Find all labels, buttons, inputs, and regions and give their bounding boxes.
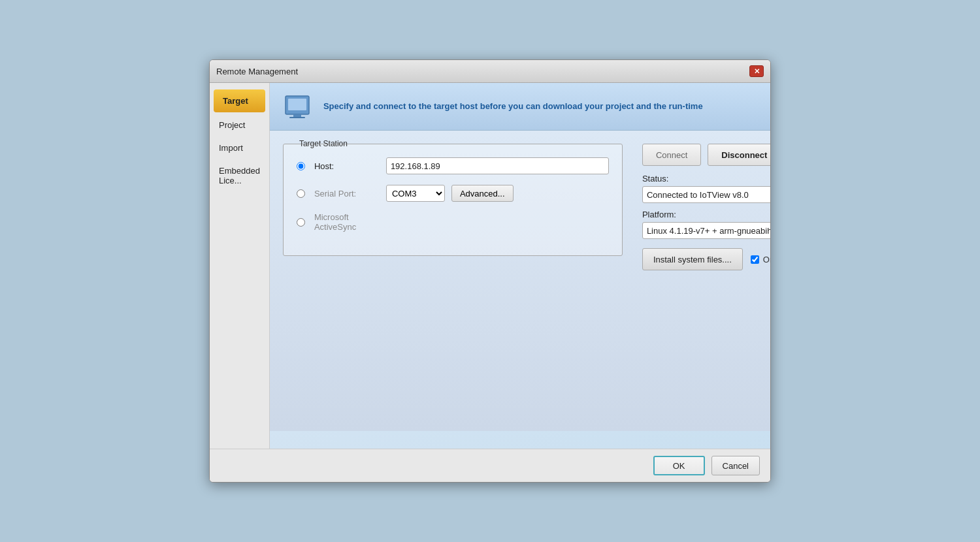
host-radio[interactable] — [297, 162, 305, 170]
install-row: Install system files.... Only newer file… — [642, 248, 771, 270]
remote-management-dialog: Remote Management ✕ Target Project Impor… — [209, 59, 771, 483]
activesync-radio[interactable] — [297, 218, 305, 227]
content-area: Target Station Host: Serial Port: COM3 — [270, 131, 771, 431]
title-bar: Remote Management ✕ — [210, 60, 770, 83]
disconnect-button[interactable]: Disconnect — [708, 144, 771, 166]
close-button[interactable]: ✕ — [749, 65, 764, 77]
svg-rect-2 — [293, 114, 301, 117]
sidebar: Target Project Import Embedded Lice... — [210, 83, 270, 449]
bottom-bar: OK Cancel — [210, 449, 770, 482]
connect-button[interactable]: Connect — [642, 144, 701, 166]
right-panel: Connect Disconnect Status: Platform: Ins… — [642, 144, 771, 270]
host-input[interactable] — [386, 157, 609, 174]
serial-port-label: Serial Port: — [314, 189, 380, 199]
sidebar-item-import[interactable]: Import — [210, 136, 269, 159]
ok-button[interactable]: OK — [653, 456, 705, 475]
host-row: Host: — [297, 157, 609, 174]
sidebar-item-target[interactable]: Target — [214, 89, 265, 112]
connect-disconnect-row: Connect Disconnect — [642, 144, 771, 166]
header-text: Specify and connect to the target host b… — [323, 101, 703, 112]
dialog-title: Remote Management — [216, 67, 298, 76]
activesync-row: Microsoft ActiveSync — [297, 212, 609, 232]
activesync-label: Microsoft ActiveSync — [314, 212, 380, 232]
serial-port-row: Serial Port: COM3 COM1 COM2 COM4 Advance… — [297, 185, 609, 202]
sidebar-item-embedded[interactable]: Embedded Lice... — [210, 159, 269, 192]
only-newer-files-label[interactable]: Only newer files — [751, 255, 771, 264]
only-newer-files-checkbox[interactable] — [751, 255, 759, 264]
header-section: Specify and connect to the target host b… — [270, 83, 771, 131]
advanced-button[interactable]: Advanced... — [451, 185, 514, 202]
main-content: Specify and connect to the target host b… — [270, 83, 771, 449]
host-label: Host: — [314, 161, 380, 171]
dialog-body: Target Project Import Embedded Lice... — [210, 83, 770, 449]
target-station-group: Target Station Host: Serial Port: COM3 — [283, 144, 623, 256]
com-port-select[interactable]: COM3 COM1 COM2 COM4 — [386, 185, 445, 202]
sidebar-item-project[interactable]: Project — [210, 114, 269, 136]
cancel-button[interactable]: Cancel — [711, 456, 760, 475]
group-legend: Target Station — [297, 139, 609, 148]
platform-label: Platform: — [642, 210, 771, 219]
status-label: Status: — [642, 174, 771, 183]
status-field — [642, 186, 771, 203]
svg-rect-3 — [289, 117, 305, 118]
target-icon — [283, 93, 314, 120]
platform-field — [642, 222, 771, 239]
install-system-files-button[interactable]: Install system files.... — [642, 248, 743, 270]
svg-rect-1 — [288, 99, 306, 110]
serial-port-radio[interactable] — [297, 189, 305, 198]
